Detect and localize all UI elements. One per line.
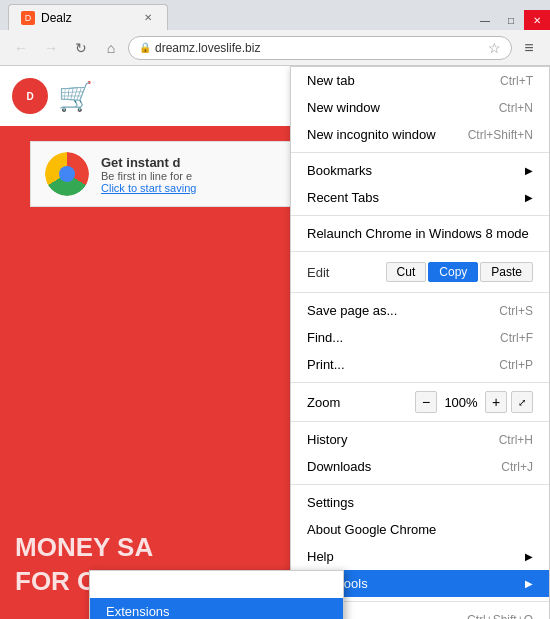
menu-item-about-chrome[interactable]: About Google Chrome: [291, 516, 549, 543]
menu-item-help[interactable]: Help ▶: [291, 543, 549, 570]
menu-item-recent-tabs[interactable]: Recent Tabs ▶: [291, 184, 549, 211]
tab-close-button[interactable]: ✕: [141, 11, 155, 25]
menu-item-settings[interactable]: Settings: [291, 489, 549, 516]
divider-7: [291, 484, 549, 485]
zoom-row: Zoom − 100% + ⤢: [291, 387, 549, 417]
cut-button[interactable]: Cut: [386, 262, 427, 282]
menu-item-save-page[interactable]: Save page as... Ctrl+S: [291, 297, 549, 324]
submenu-create-shortcuts[interactable]: Create application shortcuts...: [90, 571, 343, 598]
zoom-controls: − 100% + ⤢: [415, 391, 533, 413]
chrome-menu-button[interactable]: ≡: [516, 35, 542, 61]
zoom-plus-button[interactable]: +: [485, 391, 507, 413]
divider-6: [291, 421, 549, 422]
submenu-extensions[interactable]: Extensions: [90, 598, 343, 619]
zoom-fullscreen-button[interactable]: ⤢: [511, 391, 533, 413]
reload-button[interactable]: ↻: [68, 35, 94, 61]
page-content: D 🛒 Get instant d Be first in line for e…: [0, 66, 550, 619]
zoom-value: 100%: [441, 395, 481, 410]
tab-title: Dealz: [41, 11, 72, 25]
close-button[interactable]: ✕: [524, 10, 550, 30]
menu-item-relaunch[interactable]: Relaunch Chrome in Windows 8 mode: [291, 220, 549, 247]
copy-button[interactable]: Copy: [428, 262, 478, 282]
active-tab[interactable]: D Dealz ✕: [8, 4, 168, 30]
chrome-icon: [45, 152, 89, 196]
zoom-label: Zoom: [307, 395, 409, 410]
divider-3: [291, 251, 549, 252]
browser-window: D Dealz ✕ — □ ✕ ← → ↻ ⌂ 🔒 dreamz.lovesli…: [0, 0, 550, 619]
address-bar[interactable]: 🔒 dreamz.loveslife.biz ☆: [128, 36, 512, 60]
help-arrow-icon: ▶: [525, 551, 533, 562]
divider-5: [291, 382, 549, 383]
address-text: dreamz.loveslife.biz: [155, 41, 484, 55]
menu-item-more-tools[interactable]: More tools ▶ Create application shortcut…: [291, 570, 549, 597]
tab-favicon: D: [21, 11, 35, 25]
tab-bar: D Dealz ✕ — □ ✕: [0, 0, 550, 30]
navigation-bar: ← → ↻ ⌂ 🔒 dreamz.loveslife.biz ☆ ≡: [0, 30, 550, 66]
menu-item-history[interactable]: History Ctrl+H: [291, 426, 549, 453]
menu-item-new-tab[interactable]: New tab Ctrl+T: [291, 67, 549, 94]
dealz-logo: D: [12, 78, 48, 114]
menu-item-find[interactable]: Find... Ctrl+F: [291, 324, 549, 351]
recent-tabs-arrow-icon: ▶: [525, 192, 533, 203]
menu-item-new-window[interactable]: New window Ctrl+N: [291, 94, 549, 121]
forward-button[interactable]: →: [38, 35, 64, 61]
paste-button[interactable]: Paste: [480, 262, 533, 282]
chrome-icon-inner: [45, 152, 89, 196]
home-button[interactable]: ⌂: [98, 35, 124, 61]
chrome-icon-center: [59, 166, 75, 182]
bookmark-star-icon[interactable]: ☆: [488, 40, 501, 56]
more-tools-submenu: Create application shortcuts... Extensio…: [89, 570, 344, 619]
menu-item-print[interactable]: Print... Ctrl+P: [291, 351, 549, 378]
chrome-menu: New tab Ctrl+T New window Ctrl+N New inc…: [290, 66, 550, 619]
menu-item-bookmarks[interactable]: Bookmarks ▶: [291, 157, 549, 184]
edit-label: Edit: [307, 265, 337, 280]
more-tools-arrow-icon: ▶: [525, 578, 533, 589]
menu-item-downloads[interactable]: Downloads Ctrl+J: [291, 453, 549, 480]
window-controls: — □ ✕: [472, 10, 550, 30]
lock-icon: 🔒: [139, 42, 151, 53]
heading-line1: MONEY SA: [15, 531, 153, 565]
back-button[interactable]: ←: [8, 35, 34, 61]
bookmarks-arrow-icon: ▶: [525, 165, 533, 176]
menu-item-new-incognito[interactable]: New incognito window Ctrl+Shift+N: [291, 121, 549, 148]
zoom-minus-button[interactable]: −: [415, 391, 437, 413]
minimize-button[interactable]: —: [472, 10, 498, 30]
edit-row: Edit Cut Copy Paste: [291, 256, 549, 288]
divider-2: [291, 215, 549, 216]
edit-buttons: Cut Copy Paste: [386, 262, 533, 282]
maximize-button[interactable]: □: [498, 10, 524, 30]
divider-4: [291, 292, 549, 293]
divider-1: [291, 152, 549, 153]
cart-icon: 🛒: [58, 80, 93, 113]
